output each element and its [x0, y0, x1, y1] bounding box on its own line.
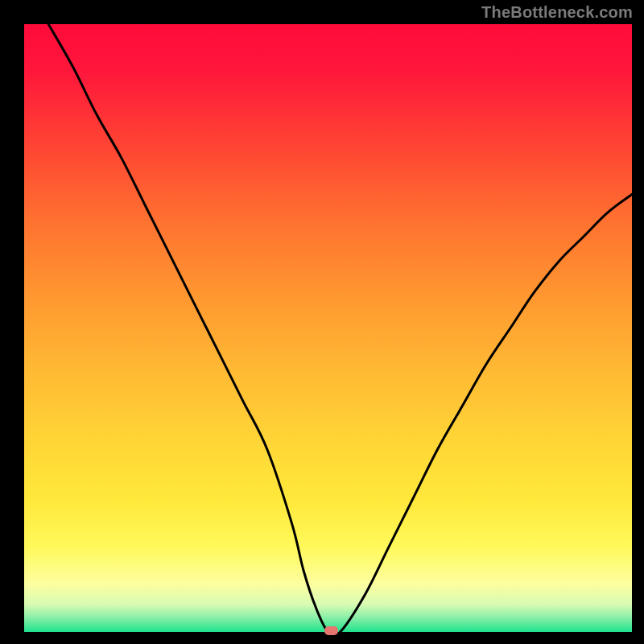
- minimum-marker: [324, 626, 338, 635]
- watermark-text: TheBottleneck.com: [481, 3, 633, 22]
- chart-frame: TheBottleneck.com: [0, 0, 644, 644]
- plot-area: [24, 24, 632, 632]
